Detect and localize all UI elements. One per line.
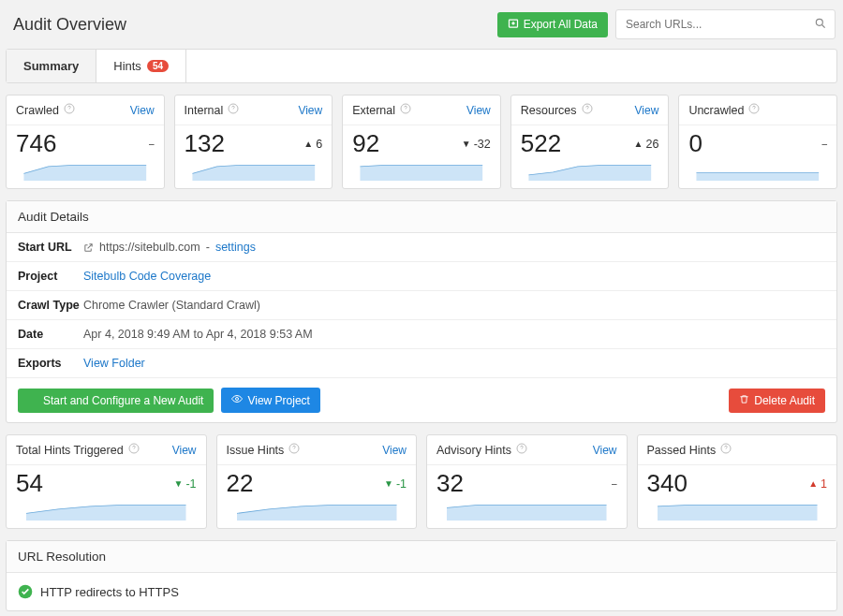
view-project-button[interactable]: View Project: [221, 388, 319, 413]
detail-label: Date: [18, 328, 83, 341]
stats-top-row: Crawled View 746 – Internal: [6, 95, 837, 189]
detail-row-crawl-type: Crawl Type Chrome Crawler (Standard Craw…: [7, 291, 836, 320]
project-link[interactable]: Sitebulb Code Coverage: [83, 270, 211, 283]
help-icon[interactable]: [720, 443, 732, 457]
view-link[interactable]: View: [172, 444, 197, 457]
stat-value: 32: [436, 469, 464, 498]
check-circle-icon: [18, 584, 33, 599]
stat-value: 132: [185, 129, 225, 158]
export-all-data-button[interactable]: Export All Data: [497, 12, 608, 37]
delta-indicator: –: [612, 478, 617, 489]
delta-indicator: ▼ -1: [384, 477, 407, 491]
new-audit-button[interactable]: Start and Configure a New Audit: [18, 389, 214, 413]
start-url-text: https://sitebulb.com: [99, 241, 200, 254]
tab-hints[interactable]: Hints 54: [96, 50, 186, 82]
page-title: Audit Overview: [13, 15, 126, 35]
view-link[interactable]: View: [593, 444, 617, 457]
stat-card: External View 92 ▼ -32: [342, 95, 501, 189]
eye-icon: [231, 393, 243, 407]
stat-title: Passed Hints: [647, 444, 717, 457]
delta-indicator: ▲ 6: [303, 138, 322, 151]
start-url-settings-link[interactable]: settings: [215, 241, 256, 254]
delta-indicator: ▲ 1: [808, 477, 827, 491]
detail-label: Project: [18, 270, 83, 283]
help-icon[interactable]: [582, 103, 593, 117]
delta-indicator: ▼ -32: [462, 138, 491, 151]
stat-value: 0: [688, 129, 702, 158]
detail-label: Exports: [18, 357, 83, 370]
help-icon[interactable]: [748, 103, 760, 117]
stat-title: Issue Hints: [227, 444, 285, 457]
stat-title: Uncrawled: [688, 104, 744, 117]
detail-label: Crawl Type: [18, 299, 83, 312]
stat-card: Total Hints Triggered View 54 ▼ -1: [6, 434, 207, 529]
sparkline-chart: [511, 160, 669, 188]
stat-card: Resources View 522 ▲ 26: [510, 95, 670, 189]
delta-indicator: –: [821, 139, 827, 149]
detail-row-date: Date Apr 4, 2018 9:49 AM to Apr 4, 2018 …: [7, 320, 836, 349]
stat-title: Advisory Hints: [436, 444, 511, 457]
stat-title: Resources: [521, 104, 577, 117]
search-input[interactable]: [615, 9, 836, 39]
stat-card: Advisory Hints View 32 –: [426, 434, 628, 529]
help-icon[interactable]: [288, 443, 300, 457]
trash-icon: [739, 394, 749, 407]
delta-indicator: ▼ -1: [173, 477, 196, 491]
crawl-type-value: Chrome Crawler (Standard Crawl): [83, 299, 260, 312]
stat-value: 340: [647, 469, 688, 498]
delta-indicator: ▲ 26: [634, 138, 659, 151]
stat-value: 746: [16, 129, 56, 158]
tab-summary[interactable]: Summary: [7, 50, 96, 82]
stat-title: Crawled: [16, 104, 59, 117]
help-icon[interactable]: [228, 103, 239, 117]
start-url-dash: -: [206, 241, 210, 254]
audit-details-panel: Audit Details Start URL https://sitebulb…: [6, 200, 837, 423]
settings-icon: [28, 394, 38, 407]
view-folder-link[interactable]: View Folder: [83, 357, 145, 370]
view-link[interactable]: View: [130, 104, 155, 117]
url-resolution-text: HTTP redirects to HTTPS: [40, 585, 179, 599]
detail-row-start-url: Start URL https://sitebulb.com - setting…: [7, 233, 836, 262]
help-icon[interactable]: [400, 103, 411, 117]
view-link[interactable]: View: [382, 444, 407, 457]
stat-value: 54: [16, 469, 43, 498]
stat-title: Internal: [185, 104, 224, 117]
sparkline-chart: [175, 160, 333, 188]
stat-card: Passed Hints 340 ▲ 1: [637, 434, 838, 529]
delete-audit-button[interactable]: Delete Audit: [729, 389, 825, 413]
sparkline-chart: [638, 500, 837, 528]
export-icon: [508, 18, 519, 32]
stat-title: Total Hints Triggered: [16, 444, 124, 457]
help-icon[interactable]: [128, 443, 140, 457]
tab-hints-label: Hints: [113, 59, 141, 73]
audit-details-heading: Audit Details: [7, 201, 836, 233]
new-audit-label: Start and Configure a New Audit: [43, 394, 203, 407]
stat-card: Uncrawled 0 –: [678, 95, 837, 189]
stat-value: 92: [352, 129, 379, 158]
help-icon[interactable]: [516, 443, 527, 457]
stat-title: External: [352, 104, 395, 117]
stats-hints-row: Total Hints Triggered View 54 ▼ -1 Issue…: [6, 434, 837, 529]
delta-indicator: –: [149, 139, 155, 149]
detail-row-exports: Exports View Folder: [7, 349, 836, 378]
export-button-label: Export All Data: [524, 18, 598, 31]
help-icon[interactable]: [64, 103, 75, 117]
sparkline-chart: [679, 160, 836, 188]
external-link-icon: [83, 242, 94, 253]
sparkline-chart: [217, 500, 417, 528]
stat-card: Issue Hints View 22 ▼ -1: [216, 434, 418, 529]
url-resolution-heading: URL Resolution: [7, 541, 836, 573]
view-link[interactable]: View: [466, 104, 491, 117]
view-link[interactable]: View: [298, 104, 322, 117]
view-project-label: View Project: [247, 394, 309, 407]
sparkline-chart: [427, 500, 627, 528]
sparkline-chart: [7, 160, 164, 188]
stat-value: 522: [521, 129, 561, 158]
detail-row-project: Project Sitebulb Code Coverage: [7, 262, 836, 291]
view-link[interactable]: View: [635, 104, 659, 117]
stat-value: 22: [227, 469, 254, 498]
url-resolution-panel: URL Resolution HTTP redirects to HTTPS: [6, 540, 837, 611]
sparkline-chart: [343, 160, 500, 188]
date-value: Apr 4, 2018 9:49 AM to Apr 4, 2018 9:53 …: [83, 328, 313, 341]
tab-hints-badge: 54: [147, 60, 169, 72]
